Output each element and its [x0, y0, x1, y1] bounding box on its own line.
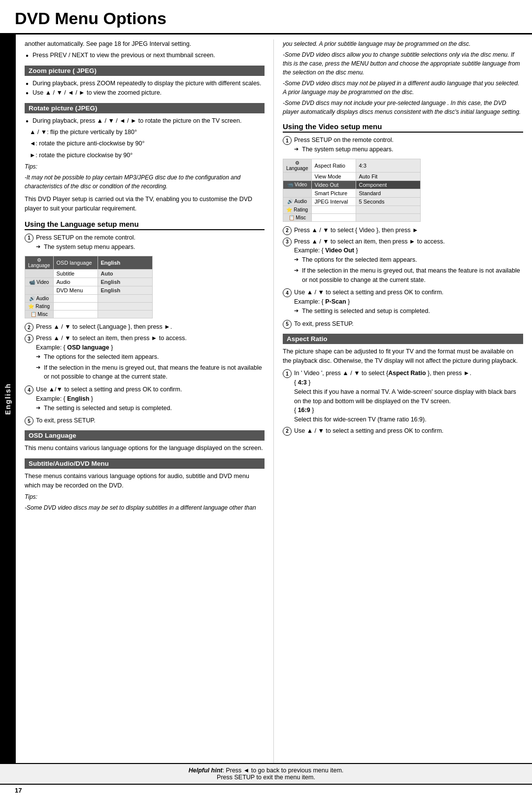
video-step-1: 1 Press SETUP on the remote control. The… — [283, 136, 523, 156]
lang-step-1: 1 Press SETUP on the remote control. The… — [25, 233, 265, 253]
vmenu-key-aspect: Aspect Ratio — [311, 159, 356, 172]
rotate-sub-bullets: ▲ / ▼: flip the picture vertically by 18… — [25, 128, 265, 160]
vmenu-icon-language: ⚙ Language — [283, 159, 312, 172]
menu-key-subtitle: Subtitle — [53, 270, 98, 278]
menu-row-rating: ⭐ Rating — [25, 303, 153, 311]
step-4-text: Use ▲/▼ to select a setting and press OK… — [36, 386, 182, 393]
vmenu-val-rating-blank — [356, 206, 421, 213]
step-3-example: Example: { OSD language } — [36, 344, 113, 351]
footer-line-1: Helpful hint: Press ◄ to go back to prev… — [15, 767, 517, 774]
vmenu-val-43: 4:3 — [356, 159, 421, 172]
menu-key-misc-blank — [53, 311, 98, 318]
video-step-num-3: 3 — [283, 238, 292, 246]
menu-row-language: ⚙ Language OSD language English — [25, 256, 153, 270]
subtitle-tips-1: -Some DVD video discs may be set to disp… — [25, 503, 265, 512]
dvd-player-text: This DVD Player setup is carried out via… — [25, 195, 265, 214]
step-content-5: To exit, press SETUP. — [36, 416, 265, 425]
step-content-1: Press SETUP on the remote control. The s… — [36, 233, 265, 253]
vmenu-val-5sec: 5 Seconds — [356, 197, 421, 206]
osd-text: This menu contains various language opti… — [25, 444, 265, 453]
lang-step-3: 3 Press ▲ / ▼ to select an item, then pr… — [25, 334, 265, 383]
step-num-2: 2 — [25, 323, 33, 332]
rotate-bullets: During playback, press ▲ / ▼ / ◄ / ► to … — [25, 116, 265, 126]
aspect-43-text: Select this if you have a normal TV. A '… — [294, 388, 516, 405]
step-2-text: Press ▲ / ▼ to select {Language }, then … — [36, 323, 172, 330]
vmenu-key-jpeg: JPEG Interval — [311, 197, 356, 206]
vmenu-row-rating: ⭐ Rating — [283, 206, 421, 213]
step-num-5: 5 — [25, 416, 33, 425]
video-step-4: 4 Use ▲ / ▼ to select a setting and pres… — [283, 288, 523, 317]
video-step-num-1: 1 — [283, 136, 292, 145]
video-step-2-text: Press ▲ / ▼ to select { Video }, then pr… — [294, 227, 418, 234]
subtitle-section-header: Subtitle/Audio/DVD Menu — [25, 458, 265, 469]
rotate-sub-3: ►: rotate the picture clockwise by 90° — [30, 151, 265, 160]
menu-val-misc-blank — [98, 311, 153, 318]
video-step-1-text: Press SETUP on the remote control. — [294, 137, 394, 143]
rotate-section-header: Rotate picture (JPEG) — [25, 103, 265, 113]
vmenu-key-rating-blank — [311, 206, 356, 213]
menu-key-audio-blank — [53, 295, 98, 303]
aspect-169-label: { 16:9 } — [294, 407, 314, 414]
video-step-3-arrow3: If the selection in the menu is greyed o… — [294, 266, 523, 285]
right-italic-3: -Some DVD video discs may not be played … — [283, 79, 523, 97]
aspect-step-content-1: In ' Video ', press ▲ / ▼ to select {Asp… — [294, 369, 523, 424]
video-step-content-3: Press ▲ / ▼ to select an item, then pres… — [294, 237, 523, 286]
step-3-arrow3: If the selection in the menu is greyed o… — [36, 363, 265, 382]
rotate-sub-2: ◄: rotate the picture anti-clockwise by … — [30, 139, 265, 148]
video-section-title: Using the Video setup menu — [283, 122, 523, 133]
right-italic-2: -Some DVD video discs allow you to chang… — [283, 50, 523, 77]
rotate-tips-text: -It may not be possible to play certain … — [25, 173, 265, 191]
footer-line-2: Press SETUP to exit the menu item. — [15, 774, 517, 781]
vmenu-key-smartpic: Smart Picture — [311, 189, 356, 197]
video-step-3: 3 Press ▲ / ▼ to select an item, then pr… — [283, 237, 523, 286]
vmenu-icon-video: 📹 Video — [283, 180, 312, 189]
vmenu-row-viewmode: View Mode Auto Fit — [283, 172, 421, 180]
sidebar-language: English — [0, 35, 16, 763]
columns-wrap: another automatically. See page 18 for J… — [16, 35, 532, 763]
zoom-bullet-1: During playback, press ZOOM repeatedly t… — [26, 79, 265, 88]
video-step-4-text: Use ▲ / ▼ to select a setting and press … — [294, 289, 443, 296]
aspect-intro: The picture shape can be adjusted to fit… — [283, 347, 523, 366]
video-step-4-arrow4: The setting is selected and setup is com… — [294, 307, 523, 316]
video-step-num-4: 4 — [283, 288, 292, 297]
step-3-arrow2: The options for the selected item appear… — [36, 352, 265, 362]
menu-val-audio-blank — [98, 295, 153, 303]
lang-step-5: 5 To exit, press SETUP. — [25, 416, 265, 425]
helpful-hint-label: Helpful hint — [189, 767, 223, 774]
lang-step-4: 4 Use ▲/▼ to select a setting and press … — [25, 385, 265, 414]
vmenu-row-language: ⚙ Language Aspect Ratio 4:3 — [283, 159, 421, 172]
video-step-content-2: Press ▲ / ▼ to select { Video }, then pr… — [294, 226, 523, 235]
menu-key-rating-blank — [53, 303, 98, 311]
vmenu-key-videoout: Video Out — [311, 180, 356, 189]
menu-row-misc: 📋 Misc — [25, 311, 153, 318]
menu-row-audio: 🔊 Audio — [25, 295, 153, 303]
video-step-1-arrow: The system setup menu appears. — [294, 145, 523, 154]
step-content-4: Use ▲/▼ to select a setting and press OK… — [36, 385, 265, 414]
video-menu-table: ⚙ Language Aspect Ratio 4:3 View Mode Au… — [283, 159, 421, 222]
video-step-content-1: Press SETUP on the remote control. The s… — [294, 136, 523, 156]
aspect-step-content-2: Use ▲ / ▼ to select a setting and press … — [294, 426, 523, 436]
menu-icon-misc: 📋 Misc — [25, 311, 54, 318]
menu-key-dvdmenu: DVD Menu — [53, 286, 98, 295]
video-step-3-arrow2: The options for the selected item appear… — [294, 255, 523, 265]
rotate-bullet-1: During playback, press ▲ / ▼ / ◄ / ► to … — [26, 116, 265, 126]
aspect-169-text: Select this for wide-screen TV (frame ra… — [294, 416, 427, 423]
vmenu-icon-misc: 📋 Misc — [283, 213, 312, 221]
vmenu-val-component: Component — [356, 180, 421, 189]
menu-val-rating-blank — [98, 303, 153, 311]
menu-icon-video: 📹 Video — [25, 278, 54, 286]
zoom-section-header: Zoom picture ( JPEG) — [25, 66, 265, 76]
aspect-step-2-text: Use ▲ / ▼ to select a setting and press … — [294, 427, 443, 434]
prev-next-item: Press PREV / NEXT to view the previous o… — [26, 51, 265, 60]
step-3-text: Press ▲ / ▼ to select an item, then pres… — [36, 335, 187, 342]
menu-row-subtitle: Subtitle Auto — [25, 270, 153, 278]
menu-icon-audio: 🔊 Audio — [25, 295, 54, 303]
right-italic-4: -Some DVD discs may not include your pre… — [283, 99, 523, 116]
zoom-bullets: During playback, press ZOOM repeatedly t… — [25, 79, 265, 98]
video-step-num-5: 5 — [283, 320, 292, 329]
aspect-step-num-1: 1 — [283, 369, 292, 378]
page-number: 17 — [0, 785, 532, 798]
step-num-3: 3 — [25, 334, 33, 343]
vmenu-row-video: 📹 Video Video Out Component — [283, 180, 421, 189]
rotate-sub-1: ▲ / ▼: flip the picture vertically by 18… — [30, 128, 265, 137]
